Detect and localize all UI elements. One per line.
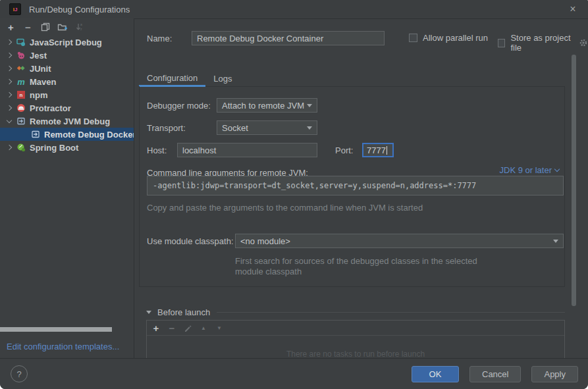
tree-item-maven[interactable]: m Maven [0, 75, 134, 88]
tab-bar: Configuration Logs [139, 71, 565, 87]
dialog-footer: ? OK Cancel Apply [0, 358, 588, 389]
collapse-chevron-icon[interactable] [5, 120, 13, 122]
allow-parallel-run-label: Allow parallel run [423, 33, 488, 43]
spring-boot-icon [16, 142, 26, 153]
before-launch-empty-message: There are no tasks to run before launch [147, 350, 564, 359]
text-caret [387, 146, 387, 155]
main-vertical-scrollbar[interactable] [572, 55, 576, 306]
expand-chevron-icon[interactable] [5, 145, 13, 149]
port-input[interactable]: 7777 [362, 143, 394, 157]
configuration-tab-content: Debugger mode: Attach to remote JVM Tran… [139, 86, 565, 287]
tab-configuration[interactable]: Configuration [139, 73, 205, 87]
javascript-debug-icon [16, 37, 26, 47]
move-up-icon[interactable]: ▲ [198, 323, 209, 334]
sort-configurations-icon[interactable]: az [74, 22, 85, 33]
edit-task-icon[interactable] [182, 323, 193, 334]
chevron-down-icon [553, 240, 558, 243]
before-launch-header[interactable]: Before launch [146, 307, 565, 317]
svg-text:a: a [80, 22, 82, 26]
port-label: Port: [335, 145, 353, 155]
expand-chevron-icon[interactable] [5, 66, 13, 70]
sidebar-toolbar: + − az [0, 20, 85, 34]
expand-chevron-icon[interactable] [5, 106, 13, 110]
module-classpath-label: Use module classpath: [147, 236, 234, 246]
ok-button[interactable]: OK [412, 366, 459, 382]
module-classpath-hint-line1: First search for sources of the debugged… [235, 256, 477, 266]
new-folder-icon[interactable] [57, 22, 68, 33]
debugger-mode-select[interactable]: Attach to remote JVM [217, 98, 317, 113]
allow-parallel-run-checkbox[interactable] [409, 34, 417, 42]
remote-jvm-debug-icon [30, 129, 41, 140]
close-icon[interactable]: × [566, 2, 580, 16]
host-label: Host: [147, 145, 167, 155]
transport-label: Transport: [147, 123, 186, 133]
run-debug-configurations-dialog: IJ Run/Debug Configurations × + − az Jav… [0, 0, 588, 389]
sidebar-horizontal-scrollbar[interactable] [0, 327, 112, 332]
junit-icon [16, 63, 26, 74]
maven-icon: m [16, 76, 26, 87]
tab-logs[interactable]: Logs [205, 74, 240, 87]
chevron-down-icon [307, 104, 312, 107]
apply-button[interactable]: Apply [531, 366, 578, 382]
tree-item-protractor[interactable]: Protractor [0, 101, 134, 115]
tree-item-npm[interactable]: n npm [0, 88, 134, 101]
jest-icon [16, 50, 26, 61]
section-divider [217, 312, 565, 313]
configurations-sidebar: + − az JavaScript Debug Jest [0, 18, 134, 359]
protractor-icon [16, 103, 26, 113]
help-button[interactable]: ? [11, 365, 28, 382]
tree-item-javascript-debug[interactable]: JavaScript Debug [0, 36, 134, 49]
gear-icon[interactable] [579, 38, 588, 47]
tree-item-remote-debug-docker-container[interactable]: Remote Debug Docker Cor [0, 128, 134, 141]
tree-item-junit[interactable]: JUnit [0, 62, 134, 75]
chevron-down-icon [554, 167, 560, 172]
expand-chevron-icon[interactable] [5, 53, 13, 57]
title-bar: IJ Run/Debug Configurations × [0, 0, 588, 19]
store-as-project-file-checkbox[interactable] [498, 39, 505, 47]
module-classpath-hint-line2: module classpath [235, 267, 302, 276]
add-task-button[interactable]: + [151, 323, 161, 334]
expand-chevron-icon[interactable] [5, 40, 13, 44]
add-configuration-button[interactable]: + [5, 22, 16, 33]
name-input[interactable] [192, 31, 385, 45]
name-label: Name: [147, 34, 172, 43]
edit-configuration-templates-link[interactable]: Edit configuration templates... [7, 342, 119, 351]
debugger-mode-label: Debugger mode: [147, 101, 211, 111]
intellij-logo-icon: IJ [9, 3, 21, 15]
svg-text:z: z [80, 27, 82, 31]
expand-chevron-icon[interactable] [5, 93, 13, 97]
configurations-tree: JavaScript Debug Jest JUnit m Maven n np… [0, 36, 134, 154]
host-input[interactable] [177, 143, 317, 157]
remove-task-button[interactable]: − [167, 323, 177, 334]
expand-chevron-icon[interactable] [5, 80, 13, 84]
cmdline-arguments-value[interactable]: -agentlib:jdwp=transport=dt_socket,serve… [147, 176, 564, 195]
remove-configuration-button[interactable]: − [22, 22, 34, 33]
module-classpath-select[interactable]: <no module> [235, 234, 564, 248]
before-launch-title: Before launch [157, 307, 210, 317]
tree-item-jest[interactable]: Jest [0, 49, 134, 62]
transport-select[interactable]: Socket [217, 120, 317, 135]
cancel-button[interactable]: Cancel [469, 366, 521, 382]
npm-icon: n [16, 90, 26, 100]
collapse-triangle-icon[interactable] [146, 311, 151, 314]
store-as-project-file-label: Store as project file [510, 33, 574, 53]
chevron-down-icon [307, 126, 312, 130]
window-title: Run/Debug Configurations [29, 5, 130, 14]
cmdline-hint: Copy and paste the arguments to the comm… [147, 203, 423, 213]
before-launch-task-list: + − ▲ ▼ There are no tasks to run before… [146, 320, 565, 359]
jdk-version-selector[interactable]: JDK 9 or later [500, 165, 559, 175]
tree-item-spring-boot[interactable]: Spring Boot [0, 141, 134, 154]
move-down-icon[interactable]: ▼ [214, 323, 225, 334]
configuration-editor-panel: Name: Allow parallel run Store as projec… [134, 18, 588, 359]
before-launch-toolbar: + − ▲ ▼ [147, 321, 564, 336]
tree-item-remote-jvm-debug[interactable]: Remote JVM Debug [0, 115, 134, 128]
copy-configuration-icon[interactable] [40, 22, 51, 33]
remote-jvm-debug-icon [16, 116, 26, 126]
